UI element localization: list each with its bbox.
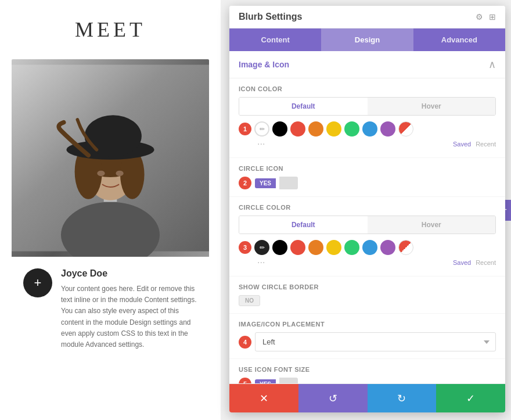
section-image-icon: Image & Icon ∧ [229, 51, 505, 78]
use-icon-font-size-group: Use Icon Font Size 5 YES [229, 359, 505, 383]
tab-content[interactable]: Content [229, 28, 321, 51]
circle-color-label: Circle Color [239, 204, 496, 211]
color-swatch-orange-1[interactable] [308, 121, 323, 137]
color-swatch-blue-1[interactable] [362, 121, 377, 137]
panel-title: Blurb Settings [239, 12, 302, 22]
preview-area: Meet [0, 0, 221, 420]
save-button[interactable]: ✓ [436, 384, 505, 412]
svg-point-10 [116, 171, 123, 176]
circle-color-saved-recent: Saved Recent [453, 259, 496, 266]
image-placement-group: Image/Icon Placement 4 Left Right Top Bo… [229, 314, 505, 359]
undo-button[interactable]: ↺ [298, 384, 368, 412]
person-bio: Your content goes here. Edit or remove t… [61, 283, 197, 350]
panel-footer: ✕ ↺ ↻ ✓ [229, 383, 505, 412]
circle-color-group: Circle Color Default Hover 3 ✏ [229, 197, 505, 277]
color-swatch-green-1[interactable] [344, 121, 359, 137]
color-swatch-stripe-1[interactable] [398, 121, 413, 137]
icon-color-tab-toggle: Default Hover [239, 97, 496, 116]
use-icon-font-size-toggle[interactable]: YES [255, 378, 298, 383]
image-placement-label: Image/Icon Placement [239, 321, 496, 328]
icon-color-swatches-row: 1 ✏ [239, 121, 496, 137]
color-swatch-yellow-3[interactable] [326, 240, 341, 255]
profile-info: + Joyce Doe Your content goes here. Edit… [12, 257, 209, 362]
circle-icon-label: Circle Icon [239, 165, 496, 172]
color-swatch-red-1[interactable] [290, 121, 305, 137]
color-ellipsis-1[interactable]: ··· [257, 139, 265, 149]
icon-color-hover-tab[interactable]: Hover [368, 98, 496, 115]
color-pencil-3[interactable]: ✏ [254, 240, 269, 255]
border-toggle[interactable]: NO [239, 295, 496, 306]
color-swatch-black-1[interactable] [272, 121, 287, 137]
show-circle-border-label: Show Circle Border [239, 283, 496, 290]
icon-color-label: Icon Color [239, 85, 496, 92]
section-title: Image & Icon [239, 60, 289, 69]
recent-label-3[interactable]: Recent [476, 259, 496, 266]
profile-image [12, 59, 209, 257]
panel-header: Blurb Settings ⚙ ⊞ [229, 6, 505, 28]
circle-color-hover-tab[interactable]: Hover [368, 216, 496, 234]
show-circle-border-group: Show Circle Border NO [229, 277, 505, 314]
tab-advanced[interactable]: Advanced [413, 28, 505, 51]
circle-color-meta-row: ··· Saved Recent [239, 257, 496, 268]
color-swatch-purple-3[interactable] [380, 240, 395, 255]
border-toggle-no[interactable]: NO [239, 295, 260, 306]
panel-content: Image & Icon ∧ Icon Color Default Hover … [229, 51, 505, 383]
svg-point-9 [97, 171, 105, 176]
recent-label-1[interactable]: Recent [476, 141, 496, 148]
circle-color-swatches-row: 3 ✏ [239, 240, 496, 255]
svg-point-8 [85, 115, 142, 157]
icon-color-default-tab[interactable]: Default [239, 98, 368, 115]
circle-icon-toggle[interactable]: YES [255, 177, 298, 189]
saved-label-3[interactable]: Saved [453, 259, 471, 266]
cancel-button[interactable]: ✕ [229, 384, 298, 412]
image-placement-select[interactable]: Left Right Top Bottom [255, 332, 496, 351]
color-swatch-stripe-3[interactable] [398, 240, 413, 255]
person-name: Joyce Doe [61, 268, 197, 279]
settings-panel: Blurb Settings ⚙ ⊞ Content Design Advanc… [229, 6, 505, 412]
saved-label-1[interactable]: Saved [453, 141, 471, 148]
panel-header-icons: ⚙ ⊞ [476, 12, 496, 21]
color-swatch-purple-1[interactable] [380, 121, 395, 137]
profile-text: Joyce Doe Your content goes here. Edit o… [61, 268, 197, 350]
profile-card: + Joyce Doe Your content goes here. Edit… [12, 59, 209, 362]
profile-photo-svg [12, 59, 209, 257]
step-badge-4: 4 [239, 336, 251, 349]
circle-color-tab-toggle: Default Hover [239, 216, 496, 234]
icon-color-group: Icon Color Default Hover 1 ✏ [229, 78, 505, 158]
icon-color-saved-recent: Saved Recent [453, 141, 496, 148]
step-badge-3: 3 [239, 241, 251, 254]
toggle-no-2[interactable] [279, 177, 298, 189]
meet-heading: Meet [0, 0, 221, 53]
step-badge-2: 2 [239, 177, 251, 189]
icon-color-meta-row: ··· Saved Recent [239, 139, 496, 149]
color-swatch-black-3[interactable] [272, 240, 287, 255]
circle-icon-group: Circle Icon 2 YES [229, 158, 505, 197]
profile-avatar: + [23, 268, 52, 297]
toggle-no-5[interactable] [279, 378, 298, 383]
color-swatch-orange-3[interactable] [308, 240, 323, 255]
color-swatch-blue-3[interactable] [362, 240, 377, 255]
panel-tabs: Content Design Advanced [229, 28, 505, 51]
settings-icon[interactable]: ⚙ [476, 12, 483, 21]
circle-color-default-tab[interactable]: Default [239, 216, 368, 234]
color-ellipsis-3[interactable]: ··· [257, 257, 265, 268]
step-badge-5: 5 [239, 378, 251, 383]
toggle-yes-2[interactable]: YES [255, 178, 276, 188]
tab-design[interactable]: Design [321, 28, 413, 51]
section-collapse-button[interactable]: ∧ [488, 58, 496, 71]
color-swatch-red-3[interactable] [290, 240, 305, 255]
toggle-yes-5[interactable]: YES [255, 379, 276, 384]
color-swatch-yellow-1[interactable] [326, 121, 341, 137]
color-swatch-green-3[interactable] [344, 240, 359, 255]
step-badge-1: 1 [239, 123, 251, 135]
redo-button[interactable]: ↻ [368, 384, 437, 412]
expand-icon[interactable]: ⊞ [489, 12, 496, 21]
use-icon-font-size-label: Use Icon Font Size [239, 366, 496, 373]
color-pencil-1[interactable]: ✏ [254, 121, 269, 137]
